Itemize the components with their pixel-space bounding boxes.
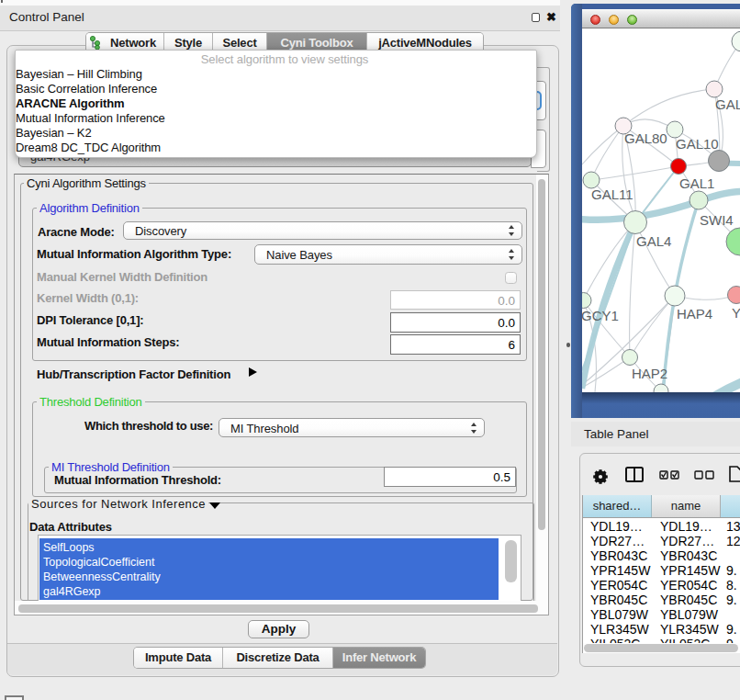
svg-text:HAP4: HAP4 [677, 306, 712, 322]
svg-text:GAL80: GAL80 [624, 130, 667, 146]
svg-text:GAL1: GAL1 [679, 175, 714, 191]
svg-text:GAL10: GAL10 [676, 136, 719, 152]
svg-text:Y: Y [732, 305, 740, 321]
svg-text:GCY1: GCY1 [582, 308, 619, 323]
svg-text:HAP2: HAP2 [632, 366, 667, 381]
svg-text:GAL: GAL [715, 96, 740, 112]
svg-text:SWI4: SWI4 [700, 212, 734, 228]
svg-text:GAL11: GAL11 [591, 186, 633, 202]
svg-text:GAL4: GAL4 [636, 233, 671, 249]
